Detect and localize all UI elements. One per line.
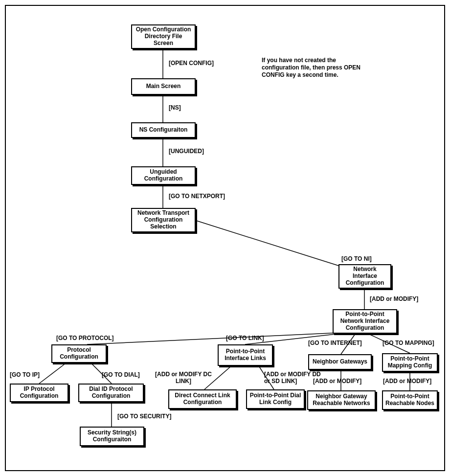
box-main-screen: Main Screen bbox=[131, 78, 196, 95]
note-text: If you have not created the configuratio… bbox=[262, 57, 364, 79]
lbl-add-mod2: [ADD or MODIFY] bbox=[313, 378, 361, 385]
box-ptp-ni-config: Point-to-Point Network Interface Configu… bbox=[333, 309, 397, 334]
lbl-unguided: [UNGUIDED] bbox=[169, 148, 204, 155]
lbl-add-mod-dc: [ADD or MODIFY DC LINK] bbox=[154, 371, 213, 385]
lbl-goto-dial: [GO TO DIAL] bbox=[102, 371, 140, 378]
box-security: Security String(s) Configuraiton bbox=[80, 427, 144, 446]
box-unguided: Unguided Configuration bbox=[131, 166, 196, 185]
lbl-goto-ni: [GO TO NI] bbox=[341, 255, 372, 262]
box-ni-config: Network Interface Configuration bbox=[338, 264, 391, 289]
box-neighbor-reach: Neighbor Gateway Reachable Networks bbox=[307, 390, 376, 410]
lbl-goto-link: [GO TO LINK] bbox=[226, 335, 264, 341]
lbl-goto-security: [GO TO SECURITY] bbox=[117, 413, 171, 420]
lbl-ns: [NS] bbox=[169, 104, 181, 111]
lbl-add-mod3: [ADD or MODIFY] bbox=[383, 378, 431, 385]
box-protocol: Protocol Configuration bbox=[51, 344, 107, 363]
box-ip-protocol: IP Protocol Configuration bbox=[10, 384, 68, 402]
box-ptp-links: Point-to-Point Interface Links bbox=[218, 344, 273, 366]
lbl-goto-protocol: [GO TO PROTOCOL] bbox=[56, 335, 114, 341]
lbl-goto-mapping: [GO TO MAPPING] bbox=[382, 340, 434, 346]
box-ptp-reach: Point-to-Point Reachable Nodes bbox=[382, 390, 438, 410]
lbl-add-mod: [ADD or MODIFY] bbox=[370, 295, 418, 302]
box-direct-connect: Direct Connect Link Configuration bbox=[168, 389, 237, 409]
lbl-goto-internet: [GO TO INTERNET] bbox=[308, 340, 362, 346]
lbl-open-config: [OPEN CONFIG] bbox=[169, 60, 214, 67]
box-ns-config: NS Configuraiton bbox=[131, 122, 196, 138]
box-neighbor-gw: Neighbor Gateways bbox=[308, 354, 372, 370]
box-netxport: Network Transport Configuration Selectio… bbox=[131, 208, 196, 232]
box-dial-id: Dial ID Protocol Configuration bbox=[78, 384, 144, 402]
box-ptp-dial: Point-to-Point Dial Link Config bbox=[246, 389, 305, 409]
lbl-goto-netxport: [GO TO NETXPORT] bbox=[169, 193, 225, 200]
box-ptp-mapping: Point-to-Point Mapping Config bbox=[382, 353, 438, 372]
box-open-config: Open Configuration Directory File Screen bbox=[131, 24, 196, 49]
lbl-goto-ip: [GO TO IP] bbox=[10, 371, 40, 378]
